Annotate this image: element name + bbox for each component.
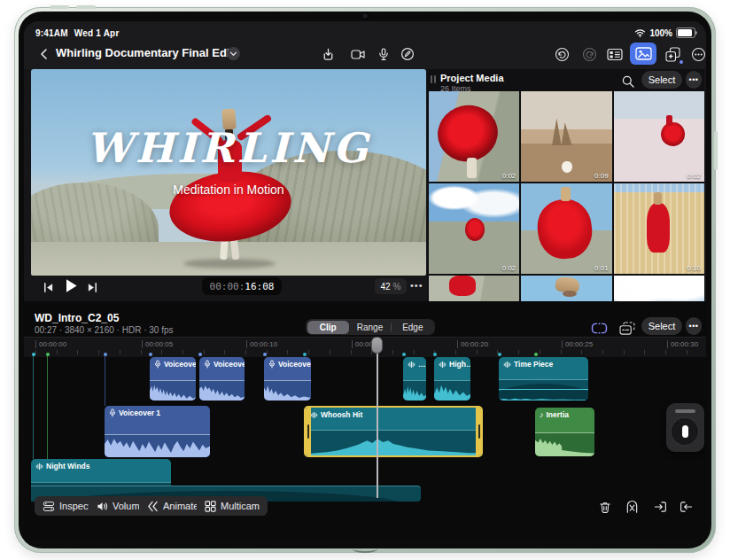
- music-note-icon: ♪: [540, 411, 544, 418]
- timeline-clip-meta: 00:27 · 3840 × 2160 · HDR · 30 fps: [35, 325, 173, 335]
- segment-edge[interactable]: Edge: [392, 321, 433, 334]
- back-button[interactable]: [32, 43, 55, 65]
- zoom-unit: %: [393, 282, 401, 292]
- media-thumbnail[interactable]: [614, 276, 704, 301]
- connection-line: [105, 356, 105, 406]
- timeline-clip-timepiece[interactable]: Time Piece: [499, 357, 588, 401]
- timeline-clip-voiceover1[interactable]: Voiceover 1: [105, 406, 210, 457]
- media-thumbnail[interactable]: [521, 276, 611, 301]
- timeline-more-button[interactable]: •••: [686, 317, 702, 335]
- inspector-icon: [43, 501, 55, 512]
- overwrite-button[interactable]: [676, 498, 695, 516]
- media-library-button[interactable]: [630, 43, 656, 65]
- viewer-more-button[interactable]: •••: [410, 280, 423, 291]
- segment-clip[interactable]: Clip: [307, 321, 349, 334]
- undo-button[interactable]: [550, 43, 573, 65]
- live-drawing-button[interactable]: [396, 43, 419, 65]
- more-button[interactable]: [687, 43, 706, 65]
- timeline-clip-voiceover2b[interactable]: Voiceover 2: [199, 357, 245, 401]
- multicam-button[interactable]: Multicam: [197, 496, 268, 516]
- media-thumbnail[interactable]: 0:10: [614, 183, 704, 274]
- timeline-ruler[interactable]: 00:00:00 00:00:05 00:00:10 00:00:15 00:0…: [24, 337, 706, 357]
- skip-back-button[interactable]: [36, 276, 59, 298]
- media-search-button[interactable]: [618, 71, 638, 92]
- timecode-display[interactable]: 00:00:16:08: [202, 277, 282, 295]
- connect-clips-button[interactable]: [616, 317, 639, 338]
- timeline-clip-inertia[interactable]: ♪Inertia: [535, 408, 594, 456]
- microphone-icon: [154, 360, 161, 369]
- browser-button[interactable]: [603, 43, 626, 65]
- trash-icon: [599, 501, 611, 514]
- volume-button: [76, 5, 96, 9]
- playhead-handle[interactable]: [371, 337, 383, 354]
- clip-label: Voiceover 2: [164, 360, 196, 369]
- zoom-value: 42: [380, 282, 390, 292]
- effects-button[interactable]: [661, 43, 684, 65]
- clip-label: Voiceover 3: [278, 360, 311, 369]
- title-menu-button[interactable]: [227, 47, 240, 60]
- timeline-clip-high[interactable]: High…: [434, 357, 470, 401]
- media-thumbnail[interactable]: 0:02: [429, 183, 519, 274]
- skip-forward-button[interactable]: [81, 276, 104, 298]
- insert-button[interactable]: [650, 498, 670, 516]
- audio-waveform-icon: [310, 411, 318, 419]
- blade-button[interactable]: [622, 498, 641, 516]
- video-subtitle-overlay: Meditation in Motion: [31, 183, 426, 197]
- media-thumbnail[interactable]: 0:02: [614, 91, 704, 182]
- media-more-button[interactable]: •••: [686, 71, 702, 89]
- media-thumbnail[interactable]: 0:09: [521, 91, 611, 182]
- connection-line: [47, 356, 48, 459]
- delete-button[interactable]: [595, 498, 615, 516]
- play-button[interactable]: [59, 275, 82, 296]
- ruler-label: 00:00:00: [35, 340, 66, 348]
- overwrite-clip-icon: [680, 501, 693, 513]
- undo-icon: [555, 47, 570, 62]
- clip-duration: 0:01: [594, 264, 609, 272]
- capture-button[interactable]: [346, 43, 369, 65]
- voiceover-button[interactable]: [372, 43, 395, 65]
- speaker-icon: [97, 501, 108, 512]
- ruler-label: 00:00:30: [667, 340, 698, 348]
- clip-label: Time Piece: [514, 360, 553, 369]
- effects-icon: [665, 47, 680, 62]
- timeline-clip-whooshhit[interactable]: Whoosh Hit: [304, 406, 483, 457]
- export-button[interactable]: [316, 43, 339, 65]
- clip-label: Voiceover 2: [214, 360, 245, 369]
- timeline-clip-voiceover3[interactable]: Voiceover 3: [264, 357, 311, 401]
- segment-range[interactable]: Range: [349, 321, 391, 334]
- jog-wheel[interactable]: [666, 403, 704, 452]
- timeline-clip-truncated[interactable]: …: [403, 357, 426, 401]
- jog-dial[interactable]: [671, 417, 699, 446]
- trim-handle-left[interactable]: [305, 408, 311, 455]
- ruler-label: 00:00:25: [562, 340, 593, 348]
- audio-waveform-icon: [408, 361, 415, 369]
- camera-icon: [351, 49, 366, 60]
- effects-badge-dot: [680, 60, 683, 64]
- trim-handle-right[interactable]: [476, 408, 482, 455]
- clip-marker-dot: [498, 353, 501, 356]
- timeline-clip-voiceover2a[interactable]: Voiceover 2: [150, 357, 196, 401]
- magnetic-timeline-button[interactable]: [587, 317, 610, 338]
- redo-button[interactable]: [578, 43, 601, 65]
- ruler-label: 00:00:10: [246, 340, 277, 348]
- media-thumbnail[interactable]: 0:01: [521, 183, 611, 274]
- volume-line: [499, 389, 588, 390]
- jog-drag-bar[interactable]: [675, 409, 695, 413]
- media-thumbnail[interactable]: [429, 276, 519, 301]
- clip-duration: 0:10: [687, 264, 701, 272]
- skip-back-icon: [43, 282, 54, 293]
- timeline-select-button[interactable]: Select: [641, 317, 682, 335]
- search-icon: [622, 75, 634, 88]
- media-library-icon: [635, 47, 652, 60]
- battery-icon: [676, 27, 695, 38]
- clip-marker-dot: [303, 353, 307, 356]
- viewer-zoom-control[interactable]: 42%: [375, 278, 407, 294]
- jog-pointer: [682, 425, 688, 438]
- microphone-icon: [378, 48, 389, 61]
- insert-clip-icon: [654, 501, 667, 513]
- media-grid: 0:02 0:09 0:02 0:02 0:01 0:10: [429, 91, 704, 301]
- clip-marker-dot: [149, 353, 152, 356]
- media-select-button[interactable]: Select: [641, 71, 682, 89]
- video-viewer[interactable]: WHIRLING Meditation in Motion: [31, 69, 426, 276]
- media-thumbnail[interactable]: 0:02: [429, 91, 519, 182]
